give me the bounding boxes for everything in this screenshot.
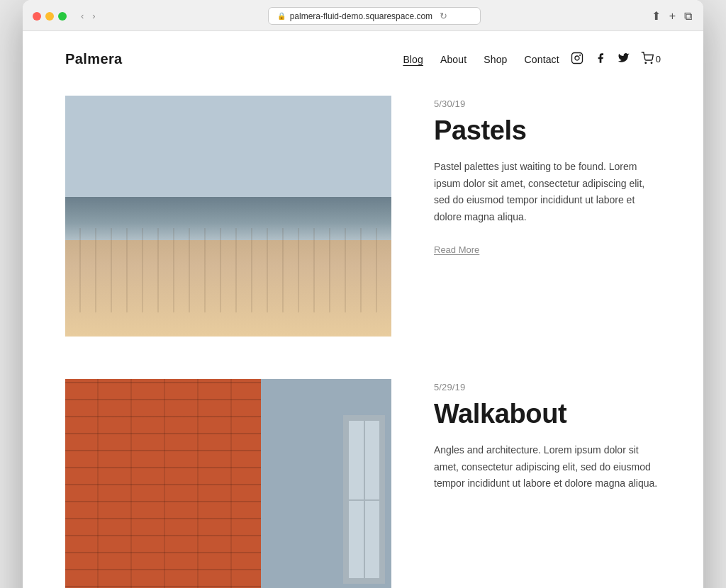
svg-point-1 — [575, 56, 579, 60]
blog-post-pastels: 5/30/19 Pastels Pastel palettes just wai… — [65, 96, 661, 337]
svg-point-2 — [580, 55, 581, 55]
post-info-pastels: 5/30/19 Pastels Pastel palettes just wai… — [434, 96, 661, 256]
browser-window: ‹ › 🔒 palmera-fluid-demo.squarespace.com… — [23, 0, 703, 588]
svg-point-3 — [645, 62, 647, 64]
nav-link-contact[interactable]: Contact — [525, 54, 559, 65]
read-more-pastels[interactable]: Read More — [434, 244, 479, 255]
browser-chrome: ‹ › 🔒 palmera-fluid-demo.squarespace.com… — [23, 0, 703, 31]
duplicate-button[interactable]: ⧉ — [683, 9, 693, 24]
facebook-icon[interactable] — [595, 52, 606, 67]
browser-action-buttons: ⬆ + ⧉ — [650, 8, 693, 24]
lock-icon: 🔒 — [277, 12, 286, 20]
browser-nav-controls: ‹ › — [78, 10, 99, 22]
cart-icon — [641, 52, 654, 67]
post-date-walkabout: 5/29/19 — [434, 382, 661, 392]
post-date-pastels: 5/30/19 — [434, 98, 661, 109]
instagram-icon[interactable] — [571, 52, 583, 67]
svg-rect-0 — [571, 52, 582, 63]
traffic-light-close[interactable] — [33, 12, 41, 21]
pastel-image — [65, 96, 391, 337]
post-info-walkabout: 5/29/19 Walkabout Angles and architectur… — [434, 379, 661, 509]
traffic-lights — [33, 12, 67, 21]
share-button[interactable]: ⬆ — [650, 8, 662, 24]
paint-texture — [65, 228, 391, 312]
cart-count: 0 — [656, 54, 661, 64]
site-nav: Palmera Blog About Shop Contact — [23, 31, 703, 81]
website-content: Palmera Blog About Shop Contact — [23, 31, 703, 588]
nav-link-blog[interactable]: Blog — [403, 54, 423, 65]
post-excerpt-pastels: Pastel palettes just waiting to be found… — [434, 159, 661, 226]
url-text: palmera-fluid-demo.squarespace.com — [290, 11, 432, 21]
post-title-walkabout[interactable]: Walkabout — [434, 400, 661, 429]
nav-link-shop[interactable]: Shop — [484, 54, 507, 65]
new-tab-button[interactable]: + — [668, 9, 677, 24]
walkabout-image — [65, 379, 391, 588]
post-excerpt-walkabout: Angles and architecture. Lorem ipsum dol… — [434, 442, 661, 492]
traffic-light-fullscreen[interactable] — [58, 12, 67, 21]
twitter-icon[interactable] — [618, 52, 630, 67]
back-button[interactable]: ‹ — [78, 10, 86, 22]
reload-button[interactable]: ↻ — [440, 11, 447, 21]
post-title-pastels[interactable]: Pastels — [434, 116, 661, 146]
blog-content: 5/30/19 Pastels Pastel palettes just wai… — [23, 81, 703, 588]
nav-link-about[interactable]: About — [440, 54, 467, 65]
site-logo[interactable]: Palmera — [65, 51, 123, 67]
brick-wall-overlay — [261, 379, 391, 588]
nav-social-icons: 0 — [571, 52, 661, 67]
cart-button[interactable]: 0 — [641, 52, 661, 67]
nav-links: Blog About Shop Contact — [403, 54, 559, 65]
blog-post-walkabout: 5/29/19 Walkabout Angles and architectur… — [65, 379, 661, 588]
svg-point-4 — [651, 62, 652, 64]
post-image-walkabout[interactable] — [65, 379, 391, 588]
window-element — [343, 415, 385, 584]
forward-button[interactable]: › — [89, 10, 98, 22]
address-bar[interactable]: 🔒 palmera-fluid-demo.squarespace.com ↻ — [268, 7, 481, 25]
address-bar-container: 🔒 palmera-fluid-demo.squarespace.com ↻ — [106, 7, 643, 25]
traffic-light-minimize[interactable] — [45, 12, 54, 21]
post-image-pastels[interactable] — [65, 96, 391, 337]
